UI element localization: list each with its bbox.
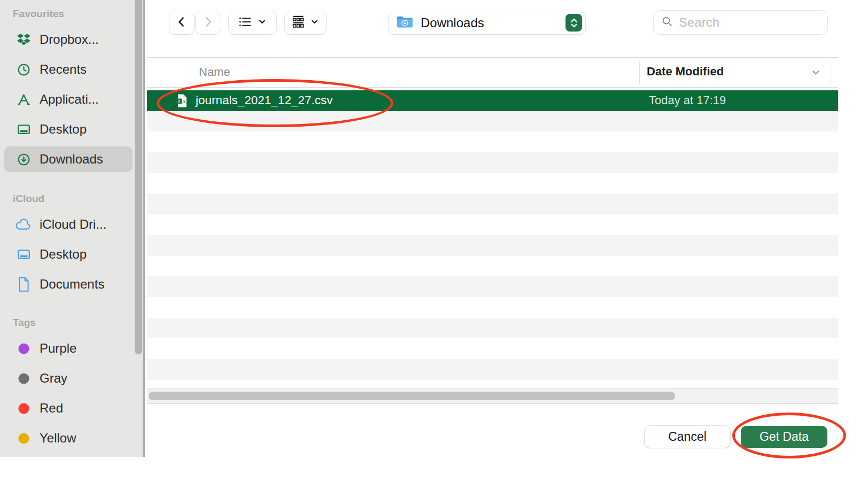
sidebar-item-desktop[interactable]: Desktop [4, 116, 133, 142]
empty-file-row [147, 256, 838, 277]
search-placeholder: Search [679, 15, 719, 30]
sidebar-item-label: Applicati... [40, 92, 99, 107]
downloads-folder-icon [396, 14, 414, 31]
sidebar-item-label: Red [40, 401, 63, 416]
sidebar-item-label: Dropbox... [40, 32, 99, 47]
location-label: Downloads [421, 15, 484, 30]
file-open-dialog: FavouritesDropbox...RecentsApplicati...D… [0, 0, 868, 482]
horizontal-scrollbar-track[interactable] [147, 388, 838, 403]
sidebar-item-label: Yellow [40, 431, 76, 446]
monitor-icon [12, 122, 35, 137]
tag-dot-icon [12, 402, 35, 415]
tag-dot-icon [12, 432, 35, 445]
tag-dot-icon [12, 372, 35, 385]
search-input[interactable]: Search [654, 11, 827, 34]
sidebar-item-downloads[interactable]: Downloads [4, 146, 133, 172]
sidebar-item-red[interactable]: Red [4, 395, 133, 421]
sidebar-item-recents[interactable]: Recents [4, 57, 133, 82]
sidebar-item-applicati[interactable]: Applicati... [4, 87, 133, 112]
empty-file-row [147, 235, 838, 256]
file-list: Name Date Modified x a, jour [147, 57, 838, 404]
horizontal-scrollbar-thumb[interactable] [149, 392, 675, 400]
svg-text:a,: a, [182, 98, 187, 104]
empty-file-row [147, 338, 838, 359]
empty-file-row [147, 297, 838, 318]
sidebar-item-label: iCloud Dri... [40, 217, 106, 232]
file-list-header: Name Date Modified [147, 58, 838, 88]
empty-file-row [147, 131, 838, 152]
empty-file-row [147, 152, 838, 173]
sidebar-item-purple[interactable]: Purple [4, 336, 133, 361]
column-divider[interactable] [639, 61, 640, 84]
sort-chevron-down-icon[interactable] [810, 66, 822, 81]
file-name: journals_2021_12_27.csv [196, 94, 332, 107]
monitor-icon [12, 247, 35, 262]
cancel-button-label: Cancel [668, 430, 707, 444]
chevron-right-icon [201, 15, 214, 30]
sidebar-item-dropbox[interactable]: Dropbox... [4, 27, 133, 52]
dropbox-icon [12, 33, 35, 46]
sidebar-section-title: iCloud [13, 192, 133, 205]
list-view-icon [238, 16, 252, 30]
document-icon [12, 277, 35, 292]
sidebar-item-label: Desktop [40, 247, 87, 262]
file-row-selected[interactable]: x a, journals_2021_12_27.csv Today at 17… [147, 90, 838, 111]
sidebar-section-favourites: FavouritesDropbox...RecentsApplicati...D… [4, 7, 133, 176]
name-column-header[interactable]: Name [199, 65, 230, 79]
group-view-button[interactable] [285, 11, 326, 34]
sidebar-scrollbar[interactable] [135, 0, 142, 354]
empty-file-row [147, 276, 838, 297]
sidebar-item-yellow[interactable]: Yellow [4, 425, 133, 451]
empty-file-row [147, 380, 838, 388]
group-view-icon [291, 14, 305, 31]
forward-button[interactable] [196, 11, 220, 34]
appstore-icon [12, 92, 35, 107]
sidebar-item-label: Downloads [40, 152, 103, 167]
column-divider[interactable] [831, 61, 831, 84]
back-button[interactable] [169, 11, 194, 34]
sidebar-section-icloud: iCloudiCloud Dri...DesktopDocuments [4, 192, 133, 301]
get-data-button-label: Get Data [759, 430, 809, 444]
sidebar-item-gray[interactable]: Gray [4, 366, 133, 391]
date-modified-column-header[interactable]: Date Modified [647, 65, 724, 79]
cloud-icon [12, 219, 35, 231]
chevron-down-icon [309, 17, 320, 29]
sidebar-section-title: Favourites [13, 7, 133, 20]
excel-csv-file-icon: x a, [176, 94, 188, 108]
file-rows: x a, journals_2021_12_27.csv Today at 17… [147, 90, 838, 388]
location-dropdown[interactable]: Downloads [389, 11, 585, 34]
sidebar-item-documents[interactable]: Documents [4, 271, 133, 297]
sidebar-section-title: Tags [13, 316, 133, 329]
sidebar-item-label: Documents [40, 277, 104, 292]
sidebar-item-icloud-dri[interactable]: iCloud Dri... [4, 212, 133, 237]
clock-icon [12, 63, 35, 77]
empty-file-row [147, 318, 838, 339]
magnifier-icon [661, 15, 673, 30]
chevron-left-icon [175, 15, 188, 30]
download-circle-icon [12, 152, 35, 167]
sidebar-item-label: Recents [40, 62, 87, 77]
sidebar-item-label: Desktop [40, 122, 87, 137]
empty-file-row [147, 111, 838, 132]
empty-file-row [147, 173, 838, 194]
empty-file-row [147, 193, 838, 214]
empty-file-row [147, 359, 838, 380]
get-data-button[interactable]: Get Data [741, 426, 827, 448]
chevron-down-icon [257, 17, 267, 29]
sidebar-item-desktop[interactable]: Desktop [4, 242, 133, 267]
location-stepper-icon[interactable] [565, 14, 582, 32]
sidebar: FavouritesDropbox...RecentsApplicati...D… [0, 0, 145, 457]
sidebar-item-label: Gray [40, 371, 67, 386]
list-view-button[interactable] [229, 11, 276, 34]
sidebar-item-label: Purple [40, 341, 76, 356]
file-date-modified: Today at 17:19 [649, 94, 726, 107]
tag-dot-icon [12, 343, 35, 355]
cancel-button[interactable]: Cancel [645, 426, 730, 448]
sidebar-section-tags: TagsPurpleGrayRedYellow [4, 316, 133, 455]
empty-file-row [147, 214, 838, 235]
